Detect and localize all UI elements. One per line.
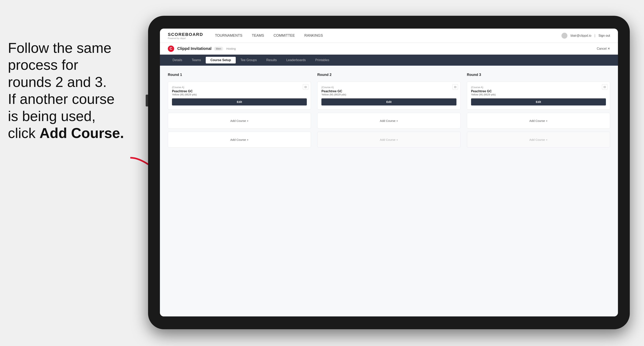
round-3-add-course-1-text: Add Course + xyxy=(529,119,548,122)
round-3-edit-button[interactable]: Edit xyxy=(471,98,606,106)
round-1-edit-button[interactable]: Edit xyxy=(172,98,307,106)
round-3-label: Round 3 xyxy=(467,73,610,77)
round-2-course-card: ⊟ (Course A) Peachtree GC Yellow (M) (66… xyxy=(317,82,460,110)
tab-tee-groups[interactable]: Tee Groups xyxy=(236,57,262,63)
sub-header: C Clippd Invitational Men Hosting Cancel… xyxy=(160,43,618,55)
round-2-course-label: (Course A) xyxy=(322,86,456,89)
round-3-course-detail: Yellow (M) (6629 yds) xyxy=(471,93,606,96)
sub-header-logo-icon: C xyxy=(168,45,174,52)
round-2-add-course-2[interactable]: Add Course + xyxy=(317,132,460,148)
tablet-frame: SCOREBOARD Powered by clippd TOURNAMENTS… xyxy=(148,16,630,329)
round-1-delete-button[interactable]: ⊟ xyxy=(303,84,308,90)
round-2-label: Round 2 xyxy=(317,73,460,77)
tab-leaderboards[interactable]: Leaderboards xyxy=(282,57,310,63)
tournament-badge: Men xyxy=(214,47,223,51)
round-1-add-course-1[interactable]: Add Course + xyxy=(168,113,311,129)
tab-bar: Details Teams Course Setup Tee Groups Re… xyxy=(160,55,618,66)
tab-printables[interactable]: Printables xyxy=(310,57,334,63)
nav-committee[interactable]: COMMITTEE xyxy=(274,33,295,38)
avatar xyxy=(562,33,568,39)
rounds-grid: Round 1 ⊟ (Course A) Peachtree GC Yellow… xyxy=(168,73,610,148)
round-1-course-name: Peachtree GC xyxy=(172,90,307,93)
round-2-add-course-1[interactable]: Add Course + xyxy=(317,113,460,129)
round-2-course-detail: Yellow (M) (6629 yds) xyxy=(322,93,456,96)
round-3-course-label: (Course A) xyxy=(471,86,606,89)
tab-details[interactable]: Details xyxy=(168,57,187,63)
tab-course-setup[interactable]: Course Setup xyxy=(206,57,236,63)
round-2-edit-button[interactable]: Edit xyxy=(322,98,456,106)
sign-out-link[interactable]: Sign out xyxy=(598,34,610,37)
round-3-add-course-2[interactable]: Add Course + xyxy=(467,132,610,148)
logo-powered: Powered by clippd xyxy=(168,37,203,39)
nav-rankings[interactable]: RANKINGS xyxy=(304,33,323,38)
nav-teams[interactable]: TEAMS xyxy=(252,33,264,38)
round-1-course-card: ⊟ (Course A) Peachtree GC Yellow (M) (66… xyxy=(168,82,311,110)
round-3-course-name: Peachtree GC xyxy=(471,90,606,93)
round-1-course-detail: Yellow (M) (6629 yds) xyxy=(172,93,307,96)
nav-tournaments[interactable]: TOURNAMENTS xyxy=(215,33,242,38)
instruction-text: Follow the same process for rounds 2 and… xyxy=(0,31,138,150)
round-2-column: Round 2 ⊟ (Course A) Peachtree GC Yellow… xyxy=(317,73,460,148)
round-1-course-label: (Course A) xyxy=(172,86,307,89)
round-3-delete-button[interactable]: ⊟ xyxy=(602,84,608,90)
round-3-course-card: ⊟ (Course A) Peachtree GC Yellow (M) (66… xyxy=(467,82,610,110)
round-1-add-course-1-text: Add Course + xyxy=(230,119,248,122)
round-2-course-name: Peachtree GC xyxy=(322,90,456,93)
round-2-delete-button[interactable]: ⊟ xyxy=(452,84,458,90)
top-nav: SCOREBOARD Powered by clippd TOURNAMENTS… xyxy=(160,29,618,43)
user-email: blair@clippd.io xyxy=(570,34,591,37)
tablet-screen: SCOREBOARD Powered by clippd TOURNAMENTS… xyxy=(160,29,618,317)
round-3-add-course-2-text: Add Course + xyxy=(529,138,548,141)
tab-teams[interactable]: Teams xyxy=(187,57,206,63)
cancel-button[interactable]: Cancel ✕ xyxy=(597,47,610,50)
round-1-column: Round 1 ⊟ (Course A) Peachtree GC Yellow… xyxy=(168,73,311,148)
logo-area: SCOREBOARD Powered by clippd xyxy=(168,32,203,39)
tab-results[interactable]: Results xyxy=(262,57,282,63)
round-3-add-course-1[interactable]: Add Course + xyxy=(467,113,610,129)
round-3-column: Round 3 ⊟ (Course A) Peachtree GC Yellow… xyxy=(467,73,610,148)
round-2-add-course-1-text: Add Course + xyxy=(380,119,398,122)
round-1-add-course-2[interactable]: Add Course + xyxy=(168,132,311,148)
hosting-label: Hosting xyxy=(226,47,236,50)
main-content: Round 1 ⊟ (Course A) Peachtree GC Yellow… xyxy=(160,66,618,317)
nav-links: TOURNAMENTS TEAMS COMMITTEE RANKINGS xyxy=(215,33,562,38)
logo-scoreboard: SCOREBOARD xyxy=(168,32,203,37)
tournament-title: Clippd Invitational xyxy=(177,46,212,51)
round-1-label: Round 1 xyxy=(168,73,311,77)
round-1-add-course-2-text: Add Course + xyxy=(230,138,248,141)
user-area: blair@clippd.io | Sign out xyxy=(562,33,610,39)
round-2-add-course-2-text: Add Course + xyxy=(380,138,398,141)
